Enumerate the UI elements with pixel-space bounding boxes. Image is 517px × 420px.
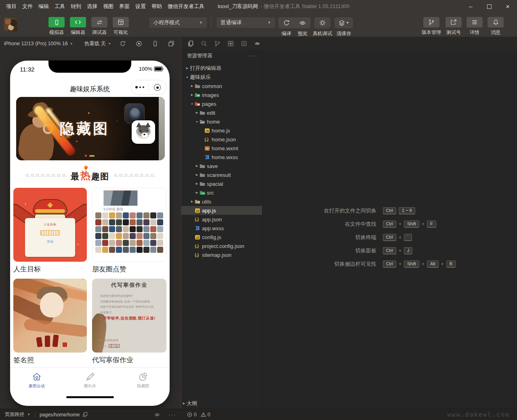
snippets-icon[interactable]: S <box>241 40 247 47</box>
tree-item-utils[interactable]: ▶utils <box>181 197 262 206</box>
avatar-thumb <box>116 240 122 246</box>
svg-text:S: S <box>243 42 245 46</box>
close-button[interactable]: ✕ <box>498 0 517 13</box>
panel-toggle-label: 可视化 <box>113 29 128 36</box>
bell-button[interactable]: 消息 <box>487 17 504 36</box>
tab-藏头诗[interactable]: 藏头诗 <box>63 368 117 394</box>
panel-toggle-phone[interactable]: 模拟器 <box>48 17 65 36</box>
screenshot-icon[interactable] <box>136 40 142 47</box>
tree-item-app.wxss[interactable]: app.wxss <box>181 224 262 233</box>
menu-item-6[interactable]: 视图 <box>100 0 116 13</box>
panel-toggle-layout[interactable]: 可视化 <box>112 17 130 36</box>
tree-item-sitemap.json[interactable]: {..}sitemap.json <box>181 250 262 259</box>
clear-cache-button[interactable]: ▼ <box>334 17 353 28</box>
outline-section[interactable]: ▶ 大纲 <box>181 399 262 408</box>
git-branch-icon[interactable] <box>214 40 221 47</box>
tree-item-save[interactable]: ▶save <box>181 162 262 170</box>
extensions-icon[interactable] <box>227 40 234 47</box>
section-title-part: 热 <box>80 169 90 182</box>
files-icon[interactable] <box>187 40 194 47</box>
user-avatar[interactable] <box>4 18 17 31</box>
tree-item-home.json[interactable]: {..}home.json <box>181 135 262 144</box>
branch-button[interactable]: 版本管理 <box>422 17 441 36</box>
tree-item-project.config.json[interactable]: {..}project.config.json <box>181 242 262 250</box>
more-options-button[interactable]: ··· <box>168 412 176 418</box>
avatar-thumb <box>157 233 163 239</box>
menu-item-3[interactable]: 工具 <box>52 0 68 13</box>
tree-item-scanresult[interactable]: ▶scanresult <box>181 170 262 179</box>
panel-toggle-code[interactable]: 编辑器 <box>69 17 87 36</box>
plugin-whale-icon[interactable] <box>254 40 261 47</box>
tree-item-home.js[interactable]: JShome.js <box>181 126 262 135</box>
moments-more: ·· <box>159 208 162 212</box>
hot-reload-toggle[interactable]: 热重载 关▼ <box>84 40 111 47</box>
more-button[interactable] <box>131 86 149 88</box>
doodle-left <box>25 173 67 178</box>
tree-item-home[interactable]: ▼home <box>181 117 262 126</box>
tree-item-打开的编辑器[interactable]: ▶打开的编辑器 <box>181 64 262 73</box>
details-button[interactable]: 详情 <box>466 17 483 36</box>
tab-隐藏图[interactable]: 隐藏图 <box>116 368 170 394</box>
card-moments-likes[interactable]: 5分钟前 删除 ·· 朋友圈点赞 <box>92 188 166 274</box>
status-time: 11:32 <box>20 66 34 73</box>
tree-item-app.json[interactable]: {..}app.json <box>181 215 262 224</box>
device-select-value: iPhone 12/13 (Pro) 100% 16 <box>4 41 68 46</box>
tree-item-home.wxss[interactable]: home.wxss <box>181 153 262 162</box>
menu-item-1[interactable]: 文件 <box>19 0 36 13</box>
tree-item-edit[interactable]: ▶edit <box>181 108 262 117</box>
tab-趣图合成[interactable]: 趣图合成 <box>10 368 63 394</box>
mode-select[interactable]: 小程序模式▼ <box>149 17 207 28</box>
tree-item-趣味娱乐[interactable]: ▼趣味娱乐 <box>181 73 262 82</box>
page-path-label[interactable]: 页面路径 <box>5 411 24 418</box>
card-life-goal[interactable]: 人生目标 开启 人生目标 <box>13 188 87 274</box>
menu-item-2[interactable]: 编辑 <box>36 0 52 13</box>
exit-button[interactable] <box>149 84 166 91</box>
search-icon[interactable] <box>201 40 207 47</box>
tree-item-common[interactable]: ▶common <box>181 82 262 90</box>
svg-text:JS: JS <box>196 236 200 239</box>
compile-select[interactable]: 普通编译▼ <box>216 17 275 28</box>
eye-icon[interactable] <box>154 412 160 418</box>
device-select[interactable]: iPhone 12/13 (Pro) 100% 16▼ <box>4 41 73 46</box>
maximize-button[interactable] <box>480 0 498 13</box>
menu-item-8[interactable]: 设置 <box>132 0 149 13</box>
panel-toggle-sliders[interactable]: 调试器 <box>90 17 108 36</box>
external-button[interactable]: 测试号 <box>445 17 462 36</box>
explorer-more-button[interactable]: ··· <box>249 53 256 59</box>
wxml-icon: <> <box>204 146 212 151</box>
avatar-thumb <box>150 219 156 225</box>
tree-item-spacial[interactable]: ▶spacial <box>181 179 262 188</box>
card-homework[interactable]: 代写寒假作业 你还在为寒假作业头痛吗? 为您解决寒假烦恼, 给您一个快乐的寒假.… <box>92 279 166 365</box>
folder-icon <box>195 84 202 89</box>
menu-item-4[interactable]: 转到 <box>68 0 84 13</box>
device-frame-icon[interactable] <box>152 40 158 47</box>
restart-icon[interactable] <box>120 40 126 47</box>
menu-item-0[interactable]: 项目 <box>3 0 19 13</box>
menu-item-10[interactable]: 微信开发者工具 <box>165 0 207 13</box>
menu-item-9[interactable]: 帮助 <box>149 0 165 13</box>
tree-item-app.js[interactable]: JSapp.js <box>181 206 262 215</box>
preview-button[interactable] <box>294 17 311 28</box>
device-debug-button[interactable] <box>314 17 330 28</box>
chevron-down-icon[interactable]: ▼ <box>27 413 30 416</box>
problems-summary[interactable]: 0 0 <box>181 412 262 418</box>
minimize-button[interactable]: ─ <box>461 0 480 13</box>
eye-icon <box>299 20 306 26</box>
tree-item-src[interactable]: ▶</>src <box>181 188 262 197</box>
banner-carousel[interactable]: 隐藏图 <box>16 97 165 160</box>
menu-item-5[interactable]: 选择 <box>84 0 100 13</box>
compile-button[interactable] <box>278 17 294 28</box>
menu-item-7[interactable]: 界面 <box>116 0 132 13</box>
tree-item-pages[interactable]: ▼pages <box>181 99 262 108</box>
banner-thumb-dog <box>132 120 155 144</box>
keycap: B <box>446 260 456 268</box>
action-label: 测试号 <box>446 29 461 36</box>
multi-window-icon[interactable] <box>168 40 174 47</box>
tree-item-home.wxml[interactable]: <>home.wxml <box>181 144 262 153</box>
watermark: www.dakewl.com <box>448 411 517 418</box>
tree-item-config.js[interactable]: JSconfig.js <box>181 233 262 242</box>
tree-item-images[interactable]: ▶images <box>181 90 262 99</box>
mode-select-value: 小程序模式 <box>153 19 180 26</box>
card-signature-photo[interactable]: 签名照 <box>13 279 87 365</box>
copy-icon[interactable] <box>82 412 88 417</box>
